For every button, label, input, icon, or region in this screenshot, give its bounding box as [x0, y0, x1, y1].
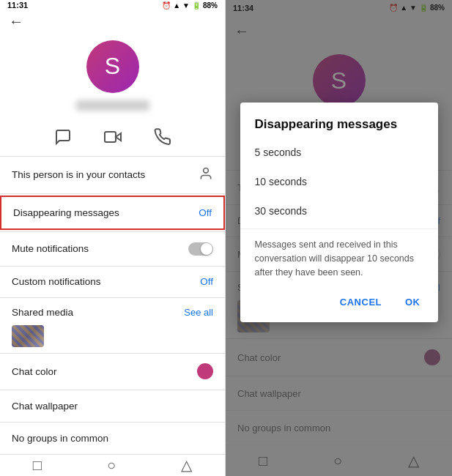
see-all-link[interactable]: See all	[184, 307, 213, 318]
chat-wallpaper-label: Chat wallpaper	[12, 401, 78, 412]
left-profile-name	[76, 100, 149, 111]
mute-toggle-switch[interactable]	[188, 242, 213, 256]
disappearing-value: Off	[199, 207, 212, 218]
dialog-option-30s[interactable]: 30 seconds	[240, 196, 438, 226]
chat-color-label: Chat color	[12, 366, 57, 377]
right-panel: 11:34 ⏰ ▲ ▼ 🔋 88% ← S	[226, 0, 452, 476]
nav-circle-icon[interactable]: ○	[107, 457, 116, 474]
mute-notifications-row: Mute notifications	[0, 232, 225, 266]
left-bottom-nav: □ ○ △	[0, 454, 225, 476]
disappearing-dialog: Disappearing messages 5 seconds 10 secon…	[240, 103, 438, 322]
chat-icon[interactable]	[53, 127, 73, 147]
media-thumbnail	[12, 325, 44, 347]
left-back-button[interactable]: ←	[9, 13, 23, 30]
contact-row: This person is in your contacts	[0, 156, 225, 193]
left-time: 11:31	[7, 1, 28, 10]
battery-pct: 88%	[203, 1, 218, 10]
left-toolbar: ←	[0, 11, 225, 33]
custom-notif-label: Custom notifications	[12, 276, 200, 287]
chat-color-dot	[197, 363, 213, 379]
dialog-message: Messages sent and received in this conve…	[240, 232, 438, 288]
battery-icon: 🔋	[192, 1, 201, 10]
contact-label: This person is in your contacts	[12, 169, 199, 180]
dialog-cancel-button[interactable]: CANCEL	[331, 291, 390, 313]
svg-marker-0	[116, 133, 121, 141]
no-groups-label: No groups in common	[12, 433, 108, 444]
nav-triangle-icon[interactable]: △	[181, 456, 192, 474]
shared-media-label: Shared media	[12, 307, 73, 318]
no-groups-row: No groups in common	[0, 422, 225, 454]
dialog-title: Disappearing messages	[240, 103, 438, 138]
contact-icon	[199, 166, 213, 183]
dialog-actions: CANCEL OK	[240, 288, 438, 322]
dialog-option-10s[interactable]: 10 seconds	[240, 167, 438, 196]
signal-icon: ▲	[173, 1, 180, 10]
left-profile-section: S	[0, 33, 225, 121]
left-avatar-initial: S	[105, 53, 120, 80]
disappearing-messages-row[interactable]: Disappearing messages Off	[0, 196, 225, 230]
disappearing-label: Disappearing messages	[13, 207, 199, 218]
dialog-divider	[240, 228, 438, 229]
dialog-ok-button[interactable]: OK	[396, 291, 429, 313]
left-divider-2	[0, 193, 225, 194]
svg-point-2	[204, 168, 209, 174]
custom-notif-value: Off	[200, 276, 213, 287]
left-avatar: S	[86, 40, 139, 93]
left-panel: 11:31 ⏰ ▲ ▼ 🔋 88% ← S	[0, 0, 226, 476]
shared-media-header: Shared media See all	[0, 298, 225, 322]
phone-icon[interactable]	[152, 127, 173, 147]
nav-square-icon[interactable]: □	[33, 457, 42, 474]
alarm-icon: ⏰	[162, 1, 171, 10]
left-action-icons	[0, 121, 225, 156]
mute-label: Mute notifications	[12, 243, 188, 254]
wifi-icon: ▼	[182, 1, 190, 10]
dialog-overlay: Disappearing messages 5 seconds 10 secon…	[226, 0, 452, 476]
mute-toggle[interactable]	[188, 242, 213, 256]
chat-color-row[interactable]: Chat color	[0, 353, 225, 390]
svg-rect-1	[105, 132, 116, 142]
chat-wallpaper-row[interactable]: Chat wallpaper	[0, 390, 225, 422]
left-status-icons: ⏰ ▲ ▼ 🔋 88%	[162, 1, 218, 10]
custom-notifications-row[interactable]: Custom notifications Off	[0, 266, 225, 297]
video-icon[interactable]	[103, 127, 123, 147]
left-status-bar: 11:31 ⏰ ▲ ▼ 🔋 88%	[0, 0, 225, 11]
dialog-option-5s[interactable]: 5 seconds	[240, 138, 438, 167]
